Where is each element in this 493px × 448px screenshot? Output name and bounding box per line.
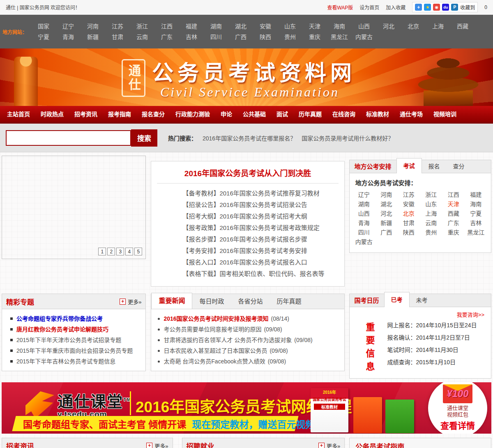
region-link[interactable]: 安徽 [260, 23, 271, 30]
region-link[interactable]: 新疆 [87, 33, 99, 41]
region-link[interactable]: 云南 [136, 33, 148, 41]
region-link[interactable]: 西藏 [457, 23, 468, 30]
region-link[interactable]: 湖北 [235, 23, 246, 30]
view-details-button[interactable]: 查看详情 [440, 419, 475, 431]
province-link[interactable]: 海南 [465, 200, 487, 209]
exam-guide-link[interactable]: 【表格下载】国考相关职位表、职位代码、报名表等 [182, 268, 344, 280]
jobs-more-link[interactable]: + 更多» [318, 442, 340, 448]
region-link[interactable]: 浙江 [136, 23, 148, 30]
set-homepage-link[interactable]: 设为首页 [359, 4, 379, 11]
region-link[interactable]: 上海 [432, 23, 444, 30]
news-link[interactable]: 日本农民收入甚至超过了日本国家公务员 [164, 345, 267, 356]
province-link[interactable]: 内蒙古 [353, 237, 376, 247]
province-link[interactable]: 湖南 [353, 200, 376, 209]
region-link[interactable]: 辽宁 [62, 23, 74, 30]
nav-link[interactable]: 主站首页 [2, 106, 35, 122]
province-link[interactable]: 辽宁 [353, 190, 376, 200]
region-link[interactable]: 黑龙江 [331, 33, 348, 41]
news-link[interactable]: 甘肃将选拔约百名领军人才 公务员不作为选拔对象 [164, 335, 292, 345]
nav-link[interactable]: 面试 [271, 106, 293, 122]
region-link[interactable]: 广东 [161, 33, 173, 41]
nav-link[interactable]: 标准教材 [361, 106, 394, 122]
carousel-page-button[interactable]: 5 [134, 248, 142, 255]
region-link[interactable]: 河南 [87, 23, 99, 30]
share-icon[interactable]: P [451, 4, 458, 11]
region-link[interactable]: 江西 [161, 23, 173, 30]
province-link[interactable]: 宁夏 [465, 209, 487, 218]
region-link[interactable]: 河北 [383, 23, 394, 30]
add-favorite-link[interactable]: 加入收藏 [386, 4, 405, 11]
nav-link[interactable]: 时政热点 [35, 106, 69, 122]
province-link[interactable]: 陕西 [398, 228, 420, 237]
province-link[interactable]: 北京 [398, 209, 420, 218]
carousel-page-button[interactable]: 2 [107, 248, 115, 255]
nav-link[interactable]: 公共基础 [237, 106, 271, 122]
province-link[interactable]: 吉林 [465, 218, 487, 228]
province-link[interactable]: 贵州 [420, 228, 442, 237]
topic-link[interactable]: 2015年下半年吉林公务员考试专题信息 [16, 356, 115, 367]
hot-search-link[interactable]: 2016年国家公务员考试在哪里报名？ [203, 134, 296, 142]
province-link[interactable]: 天津 [442, 200, 465, 209]
region-link[interactable]: 山西 [358, 23, 370, 30]
region-link[interactable]: 内蒙古 [355, 33, 373, 41]
region-link[interactable]: 江苏 [112, 23, 123, 30]
exam-guide-link[interactable]: 【考务安排】2016年国家公务员考试考务安排 [182, 245, 344, 257]
province-link[interactable]: 青海 [353, 218, 376, 228]
nav-link[interactable]: 报考指南 [103, 106, 136, 122]
region-link[interactable]: 宁夏 [38, 33, 49, 41]
province-link[interactable]: 甘肃 [398, 218, 420, 228]
nav-link[interactable]: 行政能力测验 [170, 106, 215, 122]
topic-link[interactable]: 2015年下半年重庆市面向社会招录公务员专题 [16, 345, 133, 356]
exam-guide-link[interactable]: 【报名入口】2016年国家公务员考试报名入口 [182, 257, 344, 268]
share-icon[interactable]: ★ [424, 4, 431, 11]
search-button[interactable]: 搜索 [131, 129, 157, 147]
nav-link[interactable]: 视频培训 [428, 106, 462, 122]
region-link[interactable]: 青海 [62, 33, 74, 41]
region-link[interactable]: 北京 [408, 23, 419, 30]
topics-more-link[interactable]: + 更多» [120, 298, 141, 306]
carousel-page-button[interactable]: 3 [116, 248, 124, 255]
region-link[interactable]: 广西 [235, 33, 246, 41]
province-link[interactable]: 重庆 [442, 228, 465, 237]
calendar-tab[interactable]: 已考 [384, 292, 410, 307]
local-exam-tab[interactable]: 考试 [396, 158, 422, 173]
province-link[interactable]: 江西 [442, 190, 465, 200]
nav-link[interactable]: 历年真题 [293, 106, 327, 122]
province-link[interactable]: 四川 [353, 228, 376, 237]
province-link[interactable]: 新疆 [375, 218, 398, 228]
exam-guide-link[interactable]: 【招考大纲】2016年国家公务员考试招考大纲 [182, 211, 344, 222]
province-link[interactable]: 广东 [442, 218, 465, 228]
province-link[interactable]: 山西 [353, 209, 376, 218]
nav-link[interactable]: 报名查分 [136, 106, 170, 122]
region-link[interactable]: 甘肃 [112, 33, 123, 41]
province-link[interactable]: 湖北 [375, 200, 398, 209]
course-ad-banner[interactable]: 通仕课堂TM v.tsedu.com 2016年国家公务员考试网络课程 国考命题… [2, 382, 491, 434]
exam-guide-link[interactable]: 【备考教材】2016年国家公务员考试推荐复习教材 [182, 188, 344, 199]
nav-link[interactable]: 招考资讯 [69, 106, 103, 122]
region-link[interactable]: 海南 [334, 23, 345, 30]
news-link[interactable]: 太奇葩 台湾公务员Facebook点赞入绩效 [164, 356, 265, 367]
nav-link[interactable]: 在线咨询 [327, 106, 361, 122]
province-link[interactable]: 云南 [420, 218, 442, 228]
news-tab[interactable]: 各省分站 [231, 294, 270, 309]
province-link[interactable]: 江苏 [398, 190, 420, 200]
region-link[interactable]: 福建 [186, 23, 197, 30]
topic-link[interactable]: 公考命题组专家乔兵带你备战公考 [16, 313, 103, 324]
nav-link[interactable]: 申论 [215, 106, 237, 122]
news-tab[interactable]: 历年真题 [270, 294, 308, 309]
news-tab[interactable]: 重要新闻 [151, 293, 192, 309]
province-link[interactable]: 安徽 [398, 200, 420, 209]
region-link[interactable]: 四川 [210, 33, 222, 41]
province-link[interactable]: 广西 [375, 228, 398, 237]
hot-search-link[interactable]: 国家公务员录用考试用什么教材好？ [302, 134, 394, 142]
consult-link[interactable]: 我要咨询>> [350, 309, 487, 319]
exam-guide-link[interactable]: 【报考政策】2016年国家公务员考试报考政策规定 [182, 222, 344, 234]
news-link[interactable]: 考公务员需要单位同意报考证明的原因 [164, 324, 261, 335]
share-icon[interactable]: ◉ [433, 4, 440, 11]
news-tab[interactable]: 每日时政 [192, 294, 231, 309]
exam-guide-link[interactable]: 【招录公告】2016年国家公务员考试招录公告 [182, 199, 344, 211]
local-exam-tab[interactable]: 报名 [422, 160, 447, 173]
nav-link[interactable]: 通仕考场 [394, 106, 428, 122]
region-link[interactable]: 湖南 [210, 23, 222, 30]
recruit-news-more-link[interactable]: + 更多» [146, 442, 168, 448]
